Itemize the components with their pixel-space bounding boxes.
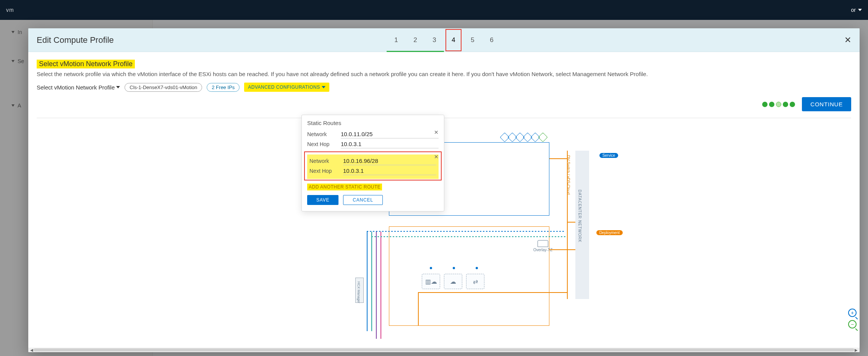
dialog-title: Edit Compute Profile — [37, 35, 114, 45]
overlay-tz-icon — [538, 240, 548, 247]
zoom-out-icon[interactable] — [848, 320, 857, 328]
app-bar: vm or — [0, 0, 868, 20]
node-dot — [430, 267, 432, 269]
wire — [567, 151, 568, 299]
wire — [371, 232, 372, 331]
vmware-logo: vm — [6, 7, 14, 13]
continue-area: CONTINUE — [762, 97, 851, 111]
dialog-body: Select vMotion Network Profile Select th… — [28, 52, 860, 348]
wire — [567, 222, 575, 223]
wire — [376, 232, 377, 339]
profile-dropdown[interactable]: Select vMotion Network Profile — [37, 84, 120, 91]
user-menu[interactable]: or — [851, 7, 862, 13]
step-4[interactable]: 4 — [444, 28, 463, 52]
service-icons — [501, 134, 546, 141]
save-button[interactable]: SAVE — [307, 195, 338, 205]
hex-icon — [538, 132, 547, 142]
appliance-icons: ▥☁ ☁ ⇄ — [422, 274, 484, 289]
deployment-badge: Deployment — [596, 230, 623, 235]
add-route-button[interactable]: ADD ANOTHER STATIC ROUTE — [307, 184, 382, 190]
hcx-manager-label: HCX Manager — [357, 281, 361, 303]
dialog-header: Edit Compute Profile 1 2 3 4 5 6 ✕ — [28, 28, 860, 52]
compute-profile-dialog: Edit Compute Profile 1 2 3 4 5 6 ✕ Selec… — [28, 28, 860, 352]
step-5[interactable]: 5 — [463, 28, 482, 52]
wire — [549, 249, 575, 250]
zoom-in-icon[interactable] — [848, 309, 857, 317]
continue-button[interactable]: CONTINUE — [802, 97, 851, 111]
routes-title: Static Routes — [307, 120, 439, 126]
overlay-tz: Overlay-TZ — [533, 240, 552, 252]
progress-dot — [790, 102, 795, 107]
route-entry: ✕ Network Next Hop — [307, 130, 439, 151]
progress-dot — [769, 102, 774, 107]
zoom-controls — [848, 309, 857, 328]
modal-overlay: LE Edit Compute Profile 1 2 3 4 5 6 ✕ Se… — [0, 20, 868, 356]
appliance-icon: ▥☁ — [422, 274, 440, 289]
route-nexthop-label: Next Hop — [307, 141, 341, 147]
route-nexthop-input[interactable] — [343, 167, 436, 175]
node-dot — [453, 267, 455, 269]
scrollbar-thumb[interactable] — [34, 348, 854, 351]
user-label: or — [851, 7, 856, 13]
wire — [549, 158, 567, 159]
step-3[interactable]: 3 — [425, 28, 444, 52]
chevron-down-icon — [322, 86, 326, 88]
datacenter-network-label: DATACENTER NETWORK — [578, 190, 582, 242]
step-2[interactable]: 2 — [406, 28, 425, 52]
wire — [381, 232, 381, 339]
advanced-configurations-toggle[interactable]: ADVANCED CONFIGURATIONS — [244, 83, 329, 92]
route-network-input[interactable] — [343, 157, 436, 165]
step-6[interactable]: 6 — [482, 28, 501, 52]
service-badge: Service — [599, 153, 618, 158]
route-network-label: Network — [309, 158, 343, 164]
node-dot — [476, 267, 478, 269]
route-nexthop-label: Next Hop — [309, 168, 343, 174]
wire — [418, 292, 567, 293]
wire — [367, 232, 368, 331]
route-network-label: Network — [307, 131, 341, 137]
wire — [367, 231, 565, 232]
progress-dots — [762, 102, 795, 107]
route-entry: ✕ Network Next Hop — [307, 154, 439, 179]
route-actions: SAVE CANCEL — [307, 195, 439, 205]
selected-profile-pill[interactable]: Cls-1-DenseX7-vds01-vMotion — [125, 83, 202, 92]
step-1[interactable]: 1 — [387, 28, 406, 52]
profile-row: Select vMotion Network Profile Cls-1-Den… — [37, 83, 851, 92]
scroll-right-icon[interactable]: ▶ — [854, 348, 858, 352]
wizard-steps: 1 2 3 4 5 6 — [387, 28, 501, 52]
appliance-icon: ☁ — [444, 274, 462, 289]
scroll-left-icon[interactable]: ◀ — [30, 348, 34, 352]
appliance-icon: ⇄ — [466, 274, 484, 289]
route-network-input[interactable] — [341, 130, 439, 138]
remove-route-icon[interactable]: ✕ — [434, 129, 439, 135]
profile-dropdown-label: Select vMotion Network Profile — [37, 84, 115, 91]
section-description: Select the network profile via which the… — [37, 71, 851, 77]
advanced-label: ADVANCED CONFIGURATIONS — [248, 85, 320, 90]
progress-dot — [776, 102, 781, 107]
progress-dot — [762, 102, 768, 107]
chevron-down-icon — [858, 9, 862, 11]
close-icon[interactable]: ✕ — [844, 35, 851, 45]
section-heading: Select vMotion Network Profile — [37, 60, 135, 68]
chevron-down-icon — [116, 86, 120, 88]
progress-dot — [783, 102, 788, 107]
static-routes-panel: Static Routes ✕ Network Next Hop ✕ — [301, 115, 444, 211]
free-ips-pill[interactable]: 2 Free IPs — [207, 83, 240, 92]
cancel-button[interactable]: CANCEL — [343, 195, 382, 205]
route-nexthop-input[interactable] — [341, 140, 439, 148]
horizontal-scrollbar[interactable]: ◀ ▶ — [28, 348, 860, 352]
remove-route-icon[interactable]: ✕ — [434, 154, 439, 160]
wire — [418, 292, 419, 326]
wire — [371, 236, 565, 237]
